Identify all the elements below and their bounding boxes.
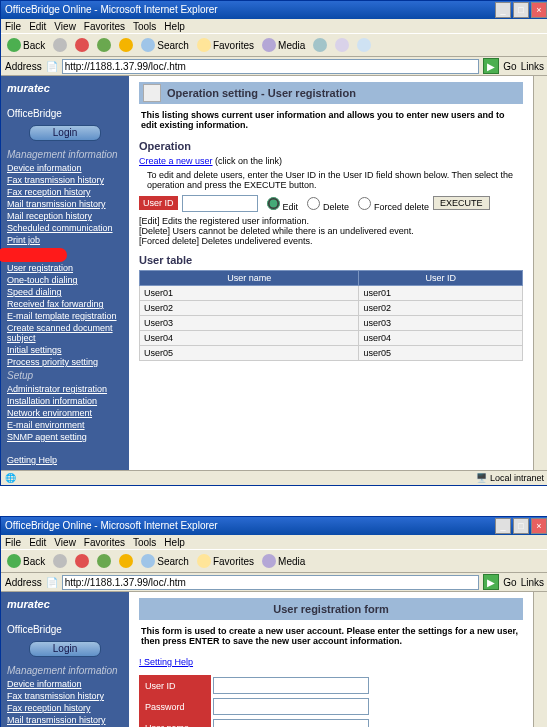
menu-edit[interactable]: Edit [29,21,46,32]
sidebar-item-network-env[interactable]: Network environment [1,407,129,419]
refresh-button-2[interactable] [95,554,113,568]
maximize-button-2[interactable]: □ [513,518,529,534]
execute-button[interactable]: EXECUTE [433,196,490,210]
stop-button-2[interactable] [73,554,91,568]
sidebar-item-one-touch[interactable]: One-touch dialing [1,274,129,286]
sidebar-item-mail-tx-history[interactable]: Mail transmission history [1,198,129,210]
sidebar-item-initial-settings[interactable]: Initial settings [1,344,129,356]
stop-button[interactable] [73,38,91,52]
minimize-button-2[interactable]: _ [495,518,511,534]
input-username[interactable] [213,719,369,727]
search-button[interactable]: Search [139,38,191,52]
intro-text-2: This form is used to create a new user a… [141,626,521,646]
delete-radio-wrap[interactable]: Delete [302,194,349,212]
close-button-2[interactable]: × [531,518,547,534]
sidebar-item-print-job[interactable]: Print job [1,234,129,246]
delete-radio[interactable] [307,197,320,210]
table-row: User01user01 [140,286,523,301]
setting-help-link[interactable]: ! Setting Help [139,657,193,667]
menu-edit-2[interactable]: Edit [29,537,46,548]
back-icon [7,38,21,52]
sidebar-item-scanned-subject[interactable]: Create scanned document subject [1,322,129,344]
brand-sublogo-2: OfficeBridge [7,624,123,635]
brand-logo: muratec [7,82,123,102]
create-user-link[interactable]: Create a new user [139,156,213,166]
menu-view[interactable]: View [54,21,76,32]
address-input[interactable] [62,59,480,74]
login-button-2[interactable]: Login [29,641,101,657]
sidebar-item-user-registration[interactable]: User registration [1,262,129,274]
vertical-scrollbar-2[interactable] [533,592,547,727]
operation-heading: Operation [139,140,523,152]
home-button-2[interactable] [117,554,135,568]
menu-view-2[interactable]: View [54,537,76,548]
sidebar-item-scheduled-comm[interactable]: Scheduled communication [1,222,129,234]
menu-file[interactable]: File [5,21,21,32]
sidebar-item-received-fwd[interactable]: Received fax forwarding [1,298,129,310]
vertical-scrollbar[interactable] [533,76,547,470]
sidebar-item-fax-tx-history-2[interactable]: Fax transmission history [1,690,129,702]
go-button-2[interactable]: ▶ [483,574,499,590]
history-button[interactable] [311,38,329,52]
edit-radio-wrap[interactable]: Edit [262,194,299,212]
sidebar-item-fax-rx-history-2[interactable]: Fax reception history [1,702,129,714]
col-userid: User ID [359,271,523,286]
status-globe-icon: 🌐 [5,473,16,483]
sidebar-item-device-info[interactable]: Device information [1,162,129,174]
refresh-icon [97,554,111,568]
sidebar-item-fax-rx-history[interactable]: Fax reception history [1,186,129,198]
sidebar-item-speed-dialing[interactable]: Speed dialing [1,286,129,298]
menu-tools[interactable]: Tools [133,21,156,32]
login-button[interactable]: Login [29,125,101,141]
maximize-button[interactable]: □ [513,2,529,18]
favorites-button[interactable]: Favorites [195,38,256,52]
home-button[interactable] [117,38,135,52]
status-bar: 🌐 🖥️ Local intranet [1,470,547,485]
sidebar-item-email-template[interactable]: E-mail template registration [1,310,129,322]
sidebar-item-snmp[interactable]: SNMP agent setting [1,431,129,443]
mail-button[interactable] [333,38,351,52]
refresh-button[interactable] [95,38,113,52]
forward-icon [53,554,67,568]
go-button[interactable]: ▶ [483,58,499,74]
back-button-2[interactable]: Back [5,554,47,568]
forced-radio-wrap[interactable]: Forced delete [353,194,429,212]
sidebar-item-fax-tx-history[interactable]: Fax transmission history [1,174,129,186]
sidebar-item-install-info[interactable]: Installation information [1,395,129,407]
media-button-2[interactable]: Media [260,554,307,568]
sidebar-item-process-priority[interactable]: Process priority setting [1,356,129,368]
media-button[interactable]: Media [260,38,307,52]
menu-favorites-2[interactable]: Favorites [84,537,125,548]
sidebar-item-help[interactable]: Getting Help [1,454,129,466]
minimize-button[interactable]: _ [495,2,511,18]
forward-button[interactable] [51,38,69,52]
userid-input[interactable] [182,195,258,212]
menu-favorites[interactable]: Favorites [84,21,125,32]
address-input-2[interactable] [62,575,480,590]
close-button[interactable]: × [531,2,547,18]
menu-tools-2[interactable]: Tools [133,537,156,548]
forward-button-2[interactable] [51,554,69,568]
sidebar-item-mail-tx-history-2[interactable]: Mail transmission history [1,714,129,726]
media-icon [262,38,276,52]
back-button[interactable]: Back [5,38,47,52]
page-icon: 📄 [46,61,58,72]
sidebar-item-mail-rx-history[interactable]: Mail reception history [1,210,129,222]
sidebar-item-email-env[interactable]: E-mail environment [1,419,129,431]
favorites-button-2[interactable]: Favorites [195,554,256,568]
mail-icon [335,38,349,52]
input-userid[interactable] [213,677,369,694]
sidebar-item-admin-reg[interactable]: Administrator registration [1,383,129,395]
input-password[interactable] [213,698,369,715]
sidebar-item-device-info-2[interactable]: Device information [1,678,129,690]
toolbar: Back Search Favorites Media [1,33,547,57]
print-button[interactable] [355,38,373,52]
sidebar-2: muratec OfficeBridge Login Management in… [1,592,129,727]
edit-radio[interactable] [267,197,280,210]
home-icon [119,554,133,568]
menu-file-2[interactable]: File [5,537,21,548]
forced-delete-radio[interactable] [358,197,371,210]
menu-help-2[interactable]: Help [164,537,185,548]
menu-help[interactable]: Help [164,21,185,32]
search-button-2[interactable]: Search [139,554,191,568]
